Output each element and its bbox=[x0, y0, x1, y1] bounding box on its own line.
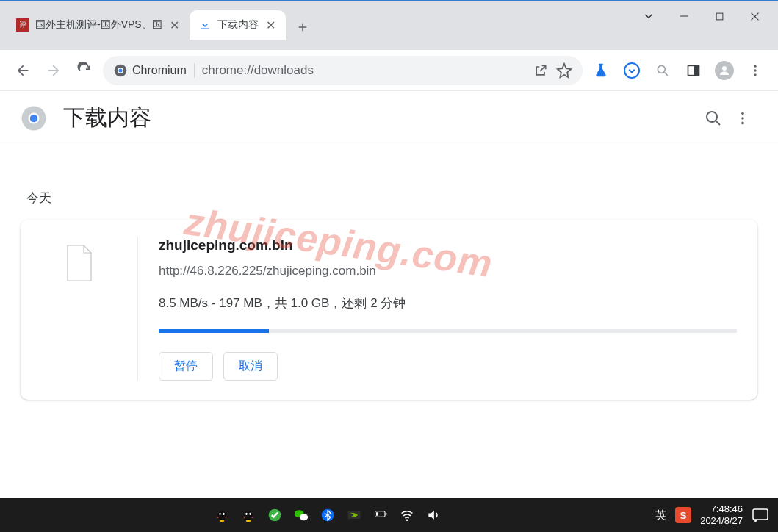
site-chip[interactable]: Chromium bbox=[113, 63, 195, 78]
browser-tab-downloads[interactable]: 下载内容 ✕ bbox=[190, 10, 286, 40]
svg-point-16 bbox=[741, 112, 744, 115]
time-text: 7:48:46 bbox=[700, 503, 743, 515]
svg-point-15 bbox=[707, 112, 717, 122]
svg-point-23 bbox=[245, 513, 248, 515]
kebab-menu-icon[interactable] bbox=[743, 58, 768, 83]
profile-button[interactable] bbox=[712, 58, 737, 83]
browser-toolbar: Chromium chrome://downloads bbox=[0, 50, 778, 91]
file-icon bbox=[65, 245, 94, 281]
chromium-icon bbox=[113, 63, 128, 78]
svg-point-27 bbox=[300, 514, 308, 520]
chevron-down-icon[interactable] bbox=[641, 9, 656, 24]
reload-button[interactable] bbox=[72, 58, 97, 83]
avatar-icon bbox=[715, 61, 734, 80]
bookmark-icon[interactable] bbox=[556, 62, 572, 79]
windows-taskbar: 英 S 7:48:46 2024/8/27 bbox=[0, 498, 778, 532]
bluetooth-icon[interactable] bbox=[320, 507, 336, 523]
svg-point-8 bbox=[722, 66, 727, 71]
file-icon-area bbox=[21, 237, 138, 381]
svg-rect-7 bbox=[694, 65, 699, 75]
downloads-toolbar-icon[interactable] bbox=[619, 58, 644, 83]
sogou-ime-icon[interactable]: S bbox=[675, 507, 691, 523]
svg-point-11 bbox=[754, 73, 756, 76]
svg-rect-31 bbox=[386, 513, 387, 515]
tab-title: 国外主机测评-国外VPS、国 bbox=[35, 18, 162, 32]
svg-point-9 bbox=[754, 65, 756, 67]
svg-point-14 bbox=[30, 114, 38, 122]
svg-point-22 bbox=[244, 511, 253, 520]
window-titlebar: 评 国外主机测评-国外VPS、国 ✕ 下载内容 ✕ bbox=[0, 0, 778, 50]
system-clock[interactable]: 7:48:46 2024/8/27 bbox=[700, 503, 743, 528]
taskbar-tray bbox=[0, 507, 655, 523]
favicon-icon: 评 bbox=[16, 18, 29, 32]
ime-indicator[interactable]: 英 bbox=[655, 508, 666, 522]
maximize-button[interactable] bbox=[712, 9, 727, 24]
svg-point-21 bbox=[223, 513, 225, 515]
pause-button[interactable]: 暂停 bbox=[159, 352, 213, 381]
search-downloads-button[interactable] bbox=[699, 104, 728, 133]
download-filename[interactable]: zhujiceping.com.bin bbox=[159, 237, 737, 254]
browser-tab-hostreview[interactable]: 评 国外主机测评-国外VPS、国 ✕ bbox=[7, 10, 190, 40]
downloads-header: 下载内容 bbox=[0, 91, 778, 145]
minimize-button[interactable] bbox=[677, 9, 691, 24]
svg-point-24 bbox=[249, 513, 251, 515]
svg-rect-0 bbox=[716, 13, 723, 20]
download-item: zhujiceping.com.bin http://46.8.226.225/… bbox=[21, 220, 757, 400]
address-bar[interactable]: Chromium chrome://downloads bbox=[103, 56, 583, 85]
taskbar-right: 英 S 7:48:46 2024/8/27 bbox=[655, 503, 778, 528]
tab-strip: 评 国外主机测评-国外VPS、国 ✕ 下载内容 ✕ bbox=[0, 1, 625, 40]
download-details: zhujiceping.com.bin http://46.8.226.225/… bbox=[138, 237, 737, 381]
qq-icon-2[interactable] bbox=[240, 507, 256, 523]
svg-point-4 bbox=[624, 63, 639, 78]
new-tab-button[interactable] bbox=[290, 15, 315, 40]
tab-title: 下载内容 bbox=[217, 18, 259, 32]
cancel-button[interactable]: 取消 bbox=[223, 352, 278, 381]
more-actions-button[interactable] bbox=[728, 104, 757, 133]
svg-point-32 bbox=[406, 519, 408, 521]
svg-point-18 bbox=[741, 121, 744, 124]
battery-icon[interactable] bbox=[372, 507, 389, 523]
close-icon[interactable]: ✕ bbox=[264, 17, 277, 34]
side-panel-icon[interactable] bbox=[681, 58, 706, 83]
url-text: chrome://downloads bbox=[202, 63, 525, 78]
svg-rect-33 bbox=[753, 509, 768, 520]
download-url[interactable]: http://46.8.226.225/zhujiceping.com.bin bbox=[159, 264, 737, 278]
download-progress-text: 8.5 MB/s - 197 MB，共 1.0 GB，还剩 2 分钟 bbox=[159, 295, 737, 312]
browser-label: Chromium bbox=[132, 64, 187, 77]
labs-icon[interactable] bbox=[588, 58, 613, 83]
download-actions: 暂停 取消 bbox=[159, 352, 737, 381]
wifi-icon[interactable] bbox=[399, 507, 415, 523]
notifications-icon[interactable] bbox=[752, 508, 769, 522]
share-icon[interactable] bbox=[533, 62, 549, 79]
svg-point-10 bbox=[754, 69, 756, 71]
check-icon[interactable] bbox=[267, 507, 283, 523]
progress-bar bbox=[159, 329, 737, 333]
svg-point-3 bbox=[119, 68, 123, 72]
close-icon[interactable]: ✕ bbox=[168, 17, 181, 34]
page-title: 下载内容 bbox=[63, 103, 699, 133]
volume-icon[interactable] bbox=[425, 507, 442, 523]
wechat-icon[interactable] bbox=[293, 507, 309, 523]
progress-bar-fill bbox=[159, 329, 269, 333]
svg-point-17 bbox=[741, 117, 744, 120]
date-text: 2024/8/27 bbox=[700, 515, 743, 527]
svg-point-19 bbox=[217, 511, 226, 520]
date-section-label: 今天 bbox=[26, 190, 757, 206]
downloads-content: 今天 zhujiceping.com.bin http://46.8.226.2… bbox=[0, 145, 778, 414]
window-controls bbox=[625, 1, 778, 31]
svg-point-5 bbox=[658, 65, 665, 73]
nvidia-icon[interactable] bbox=[346, 507, 362, 523]
forward-button[interactable] bbox=[41, 58, 66, 83]
search-icon[interactable] bbox=[650, 58, 675, 83]
qq-icon[interactable] bbox=[214, 507, 230, 523]
download-icon bbox=[198, 18, 212, 32]
back-button[interactable] bbox=[10, 58, 35, 83]
svg-point-20 bbox=[219, 513, 221, 515]
chromium-logo-icon bbox=[21, 105, 47, 132]
close-button[interactable] bbox=[747, 9, 762, 24]
